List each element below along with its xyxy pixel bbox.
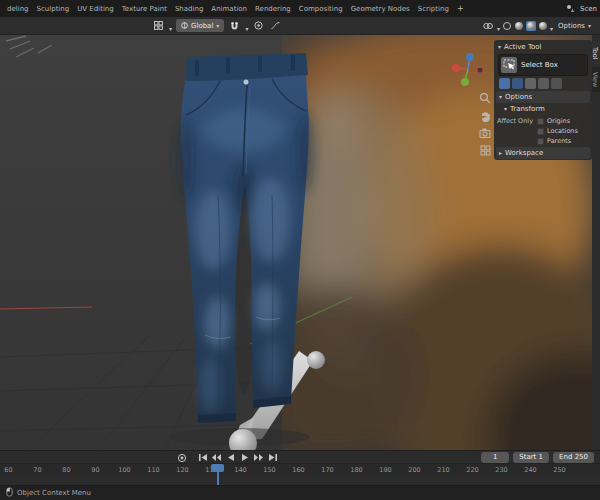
pan-hand-button[interactable] <box>478 109 492 123</box>
add-workspace-button[interactable]: + <box>453 4 468 13</box>
viewport-3d[interactable]: Active Tool Select Box Options <box>0 35 600 450</box>
viewport-header: Global Options <box>0 17 600 35</box>
workspace-panel-title: Workspace <box>505 149 543 157</box>
options-dropdown[interactable]: Options <box>555 20 594 32</box>
shading-solid-button[interactable] <box>514 21 524 31</box>
frame-tick-label: 90 <box>81 464 110 476</box>
gizmo-z-axis[interactable] <box>466 53 474 61</box>
transform-panel-header[interactable]: Transform <box>501 103 591 115</box>
playhead-handle[interactable] <box>211 464 224 472</box>
tool-option-icon[interactable] <box>551 78 562 89</box>
frame-tick-label: 60 <box>0 464 23 476</box>
frame-end-field[interactable]: End 250 <box>553 452 594 463</box>
tool-option-icons <box>499 78 587 89</box>
frame-tick-label: 180 <box>342 464 371 476</box>
workspace-tab[interactable]: Rendering <box>251 3 295 15</box>
proportional-editing-icon[interactable] <box>252 19 265 32</box>
scene-icon <box>564 2 577 15</box>
next-keyframe-button[interactable] <box>252 452 265 463</box>
play-button[interactable] <box>238 452 251 463</box>
frame-tick-label: 190 <box>371 464 400 476</box>
checkbox-row[interactable]: Origins <box>537 117 578 125</box>
workspace-tab[interactable]: Scripting <box>414 3 453 15</box>
frame-tick-label: 230 <box>487 464 516 476</box>
snap-magnet-icon[interactable] <box>228 19 241 32</box>
active-tool-name: Select Box <box>521 61 558 69</box>
sidebar-tab[interactable]: Tool <box>592 42 600 65</box>
sidebar-tab[interactable]: View <box>592 67 600 92</box>
statusbar: Object Context Menu <box>0 485 600 500</box>
frame-tick-label: 120 <box>168 464 197 476</box>
transform-panel-title: Transform <box>510 105 545 113</box>
timeline-ruler[interactable]: 6070809010011012013014015016017018019020… <box>0 463 600 476</box>
shading-material-preview-button[interactable] <box>526 21 536 31</box>
object-visibility-icon[interactable] <box>482 19 495 32</box>
workspace-tab[interactable]: Geometry Nodes <box>347 3 414 15</box>
chevron-down-icon <box>216 22 219 30</box>
frame-tick-label: 70 <box>23 464 52 476</box>
playhead-line <box>217 472 219 485</box>
frame-tick-label: 220 <box>458 464 487 476</box>
frame-tick-label: 80 <box>52 464 81 476</box>
play-reverse-button[interactable] <box>224 452 237 463</box>
workspace-tab[interactable]: Shading <box>171 3 207 15</box>
gizmo-x-neg-axis[interactable] <box>477 67 483 73</box>
checkbox-row[interactable]: Parents <box>537 137 578 145</box>
workspace-tab[interactable]: deling <box>3 3 33 15</box>
frame-tick-label: 240 <box>516 464 545 476</box>
scene-label[interactable]: Scen <box>580 5 597 13</box>
tool-option-icon[interactable] <box>538 78 549 89</box>
active-tool-title: Active Tool <box>504 43 541 51</box>
frame-tick-label: 170 <box>313 464 342 476</box>
sidebar-panel: Active Tool Select Box Options <box>494 40 592 160</box>
frame-tick-label: 140 <box>226 464 255 476</box>
checkbox[interactable] <box>537 128 544 135</box>
chevron-down-icon <box>588 22 591 30</box>
gizmo-x-axis[interactable] <box>452 64 460 72</box>
jump-to-start-button[interactable] <box>196 452 209 463</box>
checkbox[interactable] <box>537 138 544 145</box>
options-panel-title: Options <box>505 93 532 101</box>
active-tool-panel-header[interactable]: Active Tool <box>495 41 591 53</box>
workspace-tab[interactable]: Compositing <box>295 3 347 15</box>
checkbox[interactable] <box>537 118 544 125</box>
falloff-curve-icon[interactable] <box>269 19 282 32</box>
tool-option-icon[interactable] <box>512 78 523 89</box>
gizmo-y-axis[interactable] <box>461 78 469 86</box>
workspace-tab[interactable]: Sculpting <box>33 3 74 15</box>
workspace-panel-header[interactable]: Workspace <box>496 147 590 159</box>
camera-view-button[interactable] <box>478 126 492 140</box>
affect-only-label: Affect Only <box>497 117 537 145</box>
frame-tick-label: 250 <box>545 464 574 476</box>
frame-start-field[interactable]: Start 1 <box>513 452 549 463</box>
frame-tick-label: 160 <box>284 464 313 476</box>
jump-to-end-button[interactable] <box>266 452 279 463</box>
checkbox-row[interactable]: Locations <box>537 127 578 135</box>
navigation-gizmo[interactable] <box>450 51 486 87</box>
shading-rendered-button[interactable] <box>538 21 548 31</box>
timeline-track[interactable] <box>0 476 600 485</box>
chevron-down-icon <box>498 43 501 51</box>
auto-key-record-button[interactable] <box>176 452 188 463</box>
timeline[interactable]: 6070809010011012013014015016017018019020… <box>0 463 600 485</box>
shading-wireframe-button[interactable] <box>502 21 512 31</box>
current-frame-field[interactable]: 1 <box>481 452 509 463</box>
options-panel-header[interactable]: Options <box>496 91 590 103</box>
previous-keyframe-button[interactable] <box>210 452 223 463</box>
ortho-toggle-button[interactable] <box>478 143 492 157</box>
workspace-tab[interactable]: UV Editing <box>73 3 118 15</box>
chevron-down-icon <box>169 16 172 35</box>
zoom-button[interactable] <box>478 91 492 105</box>
frame-tick-label: 200 <box>400 464 429 476</box>
tool-option-icon[interactable] <box>525 78 536 89</box>
transform-orientation-select[interactable]: Global <box>176 19 224 32</box>
tool-option-icon[interactable] <box>499 78 510 89</box>
chevron-down-icon <box>504 105 507 113</box>
chevron-down-icon <box>245 16 248 35</box>
workspace-tab[interactable]: Animation <box>207 3 251 15</box>
workspace-tab[interactable]: Texture Paint <box>118 3 171 15</box>
editor-type-icon[interactable] <box>152 19 165 32</box>
sidebar-tabs: ToolView <box>592 42 600 92</box>
active-tool-selector[interactable]: Select Box <box>498 54 588 76</box>
frame-tick-label: 110 <box>139 464 168 476</box>
